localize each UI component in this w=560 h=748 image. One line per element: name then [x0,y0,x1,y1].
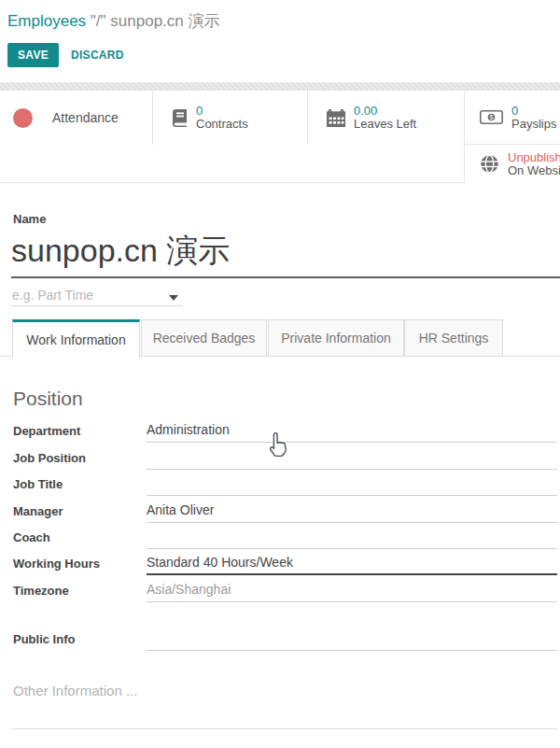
website-publish-stat-button[interactable]: Unpublished On Website [464,145,560,183]
contracts-stat-button[interactable]: 0 Contracts [152,91,307,145]
department-label: Department [13,424,144,438]
working-hours-field[interactable]: Standard 40 Hours/Week [147,555,557,575]
svg-text:$: $ [490,114,494,120]
breadcrumb-employees-link[interactable]: Employees [7,12,86,30]
globe-icon [480,154,499,174]
breadcrumb: Employees "/" sunpop.cn 演示 [7,10,220,32]
manager-label: Manager [13,504,144,518]
tags-input-underline [11,305,183,306]
job-position-field[interactable] [147,449,557,470]
payslips-count: 0 [511,105,556,118]
money-icon: $ [480,110,503,124]
payslips-label: Payslips [511,118,556,131]
employee-name-input[interactable]: sunpop.cn 演示 [11,230,560,278]
discard-button[interactable]: DISCARD [65,43,130,67]
stat-button-bar: Attendance 0 Contracts [0,91,560,183]
separator-strip [0,82,560,91]
coach-label: Coach [13,530,144,544]
bottom-divider [11,728,557,729]
tags-input[interactable]: e.g. Part Time [12,288,93,303]
employee-form-screen: Employees "/" sunpop.cn 演示 SAVE DISCARD … [0,0,560,748]
tab-hr-settings[interactable]: HR Settings [404,319,503,357]
name-input-underline [11,276,560,278]
calendar-icon [327,109,345,127]
public-info-field[interactable] [147,630,557,651]
website-status: Unpublished [508,151,560,164]
notebook-tabs: Work Information Received Badges Private… [0,319,560,357]
department-field[interactable]: Administration [147,422,557,443]
tab-work-information[interactable]: Work Information [12,319,140,358]
pointer-cursor-icon [267,431,289,459]
contracts-count: 0 [196,105,248,118]
public-info-label: Public Info [13,632,75,646]
job-title-label: Job Title [13,477,144,491]
leaves-count: 0.00 [354,105,416,118]
attendance-status-icon [13,108,33,128]
section-title-position: Position [13,388,83,410]
contracts-label: Contracts [196,118,248,131]
coach-field[interactable] [147,529,557,549]
other-information-textarea[interactable]: Other Information ... [13,683,137,699]
book-icon [172,109,188,127]
leaves-stat-button[interactable]: 0.00 Leaves Left [307,91,464,145]
working-hours-label: Working Hours [13,557,144,571]
timezone-field[interactable]: Asia/Shanghai [147,582,557,602]
payslips-stat-button[interactable]: $ 0 Payslips [464,91,560,145]
website-label: On Website [508,164,560,177]
attendance-stat-button[interactable]: Attendance [0,91,152,145]
breadcrumb-record: "/" sunpop.cn 演示 [86,12,219,30]
attendance-label: Attendance [52,111,119,124]
name-field-label: Name [13,212,46,226]
job-title-field[interactable] [147,475,557,496]
job-position-label: Job Position [13,451,144,465]
timezone-label: Timezone [13,584,144,598]
leaves-label: Leaves Left [354,118,416,131]
tab-received-badges[interactable]: Received Badges [141,319,267,357]
caret-down-icon[interactable] [169,295,178,301]
save-button[interactable]: SAVE [7,43,59,67]
manager-field[interactable]: Anita Oliver [147,502,557,523]
tab-private-information[interactable]: Private Information [268,319,404,357]
